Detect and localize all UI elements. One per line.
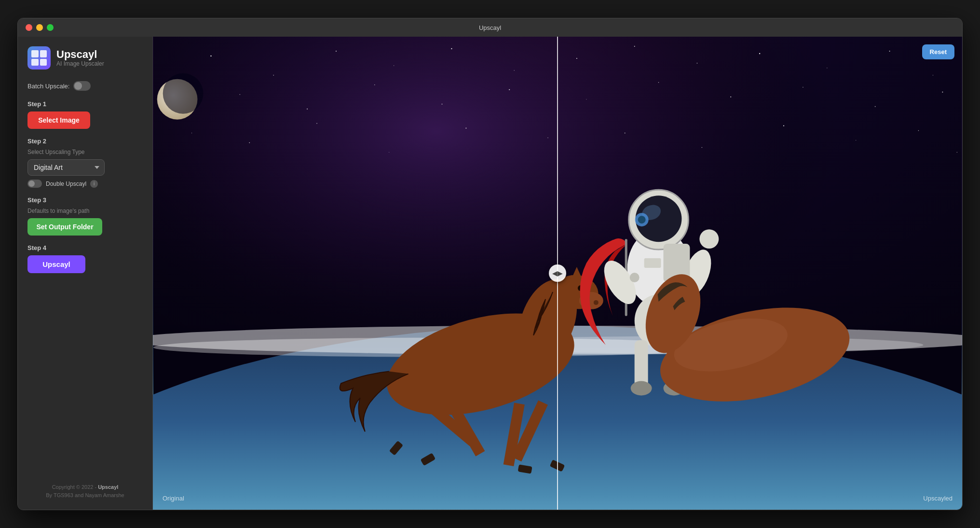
main-content: Upscayl AI Image Upscaler Batch Upscale:… (18, 37, 962, 510)
comparison-divider-handle[interactable]: ◀▶ (549, 264, 566, 282)
svg-point-7 (514, 70, 514, 70)
step4-section: Step 4 Upscayl (27, 244, 143, 273)
select-image-button[interactable]: Select Image (27, 111, 90, 129)
svg-point-67 (638, 216, 646, 223)
svg-point-5 (394, 65, 394, 66)
window-title: Upscayl (479, 24, 501, 31)
app-name-group: Upscayl AI Image Upscaler (56, 49, 104, 67)
svg-point-11 (759, 53, 760, 54)
svg-point-23 (803, 87, 803, 87)
batch-upscale-row: Batch Upscale: (27, 81, 143, 91)
step3-label: Step 3 (27, 196, 143, 204)
svg-point-10 (697, 63, 698, 64)
svg-point-9 (634, 46, 635, 47)
svg-point-36 (918, 130, 919, 131)
window-controls (26, 24, 54, 31)
svg-point-18 (442, 104, 443, 105)
svg-point-33 (702, 147, 703, 148)
svg-point-24 (875, 106, 876, 107)
svg-point-49 (594, 300, 599, 305)
svg-point-20 (586, 99, 586, 99)
sidebar-footer: Copyright © 2022 - Upscayl By TGS963 and… (27, 475, 143, 500)
divider-arrows-icon: ◀▶ (552, 269, 563, 277)
svg-point-13 (889, 51, 890, 52)
app-subtitle: AI Image Upscaler (56, 60, 104, 67)
app-icon-grid (31, 50, 47, 66)
upscaling-type-select[interactable]: Digital Art Real-ESRGAN Sharpen Ultramix… (27, 159, 105, 176)
svg-point-26 (191, 133, 192, 133)
upscayl-button[interactable]: Upscayl (27, 255, 85, 273)
svg-point-8 (576, 58, 577, 59)
titlebar: Upscayl (18, 18, 962, 37)
svg-point-15 (240, 94, 241, 95)
icon-square-4 (40, 59, 47, 66)
minimize-button[interactable] (36, 24, 43, 31)
icon-square-1 (31, 50, 39, 57)
app-name: Upscayl (56, 49, 104, 60)
svg-point-22 (730, 97, 731, 97)
close-button[interactable] (26, 24, 32, 31)
svg-point-4 (336, 51, 337, 52)
svg-point-6 (451, 48, 452, 49)
svg-point-31 (547, 138, 548, 138)
svg-point-34 (783, 125, 784, 126)
svg-point-16 (307, 109, 308, 110)
info-icon[interactable]: i (90, 180, 98, 188)
step2-label: Step 2 (27, 138, 143, 145)
svg-point-78 (631, 381, 652, 396)
app-window: Upscayl Upscayl AI Image Upscaler (17, 18, 963, 510)
icon-square-3 (31, 59, 39, 66)
svg-rect-73 (644, 258, 661, 268)
svg-point-35 (856, 140, 856, 140)
footer-line2: By TGS963 and Nayam Amarshe (46, 492, 124, 498)
svg-point-30 (465, 128, 466, 129)
footer-line1: Copyright © 2022 - Upscayl (52, 484, 119, 490)
step4-label: Step 4 (27, 244, 143, 251)
svg-point-74 (630, 273, 640, 282)
svg-point-14 (933, 75, 933, 75)
double-upscayl-row: Double Upscayl i (27, 180, 143, 188)
svg-point-28 (316, 123, 317, 124)
step1-section: Step 1 Select Image (27, 100, 143, 129)
sidebar: Upscayl AI Image Upscaler Batch Upscale:… (18, 37, 153, 510)
step2-section: Step 2 Select Upscaling Type Digital Art… (27, 138, 143, 188)
reset-button[interactable]: Reset (922, 44, 954, 59)
svg-point-3 (273, 75, 274, 76)
svg-point-19 (509, 89, 510, 90)
svg-point-27 (249, 142, 250, 143)
maximize-button[interactable] (47, 24, 54, 31)
svg-point-25 (942, 92, 943, 93)
svg-point-37 (957, 152, 957, 153)
batch-upscale-label: Batch Upscale: (27, 83, 69, 90)
svg-point-71 (699, 229, 719, 249)
double-upscayl-label: Double Upscayl (46, 181, 86, 187)
defaults-to-label: Defaults to image's path (27, 208, 143, 214)
svg-point-17 (374, 84, 375, 85)
original-label: Original (163, 495, 184, 502)
icon-square-2 (40, 50, 47, 57)
select-upscaling-type-label: Select Upscaling Type (27, 149, 143, 155)
double-upscayl-toggle[interactable] (27, 180, 42, 188)
svg-point-12 (827, 68, 827, 68)
step3-section: Step 3 Defaults to image's path Set Outp… (27, 196, 143, 236)
app-header: Upscayl AI Image Upscaler (27, 46, 143, 69)
step1-label: Step 1 (27, 100, 143, 108)
footer-text: Copyright © 2022 - Upscayl By TGS963 and… (27, 483, 143, 500)
image-comparison-area: ◀▶ Original Upscayled Reset (153, 37, 962, 510)
batch-upscale-toggle[interactable] (73, 81, 91, 91)
svg-point-2 (210, 56, 211, 56)
app-icon (27, 46, 51, 69)
output-folder-button[interactable]: Set Output Folder (27, 218, 102, 236)
svg-point-29 (389, 152, 389, 153)
svg-point-21 (658, 82, 659, 83)
svg-point-40 (163, 73, 204, 114)
upscayled-label: Upscayled (923, 495, 953, 502)
footer-brand: Upscayl (98, 484, 118, 490)
svg-point-32 (625, 133, 626, 134)
